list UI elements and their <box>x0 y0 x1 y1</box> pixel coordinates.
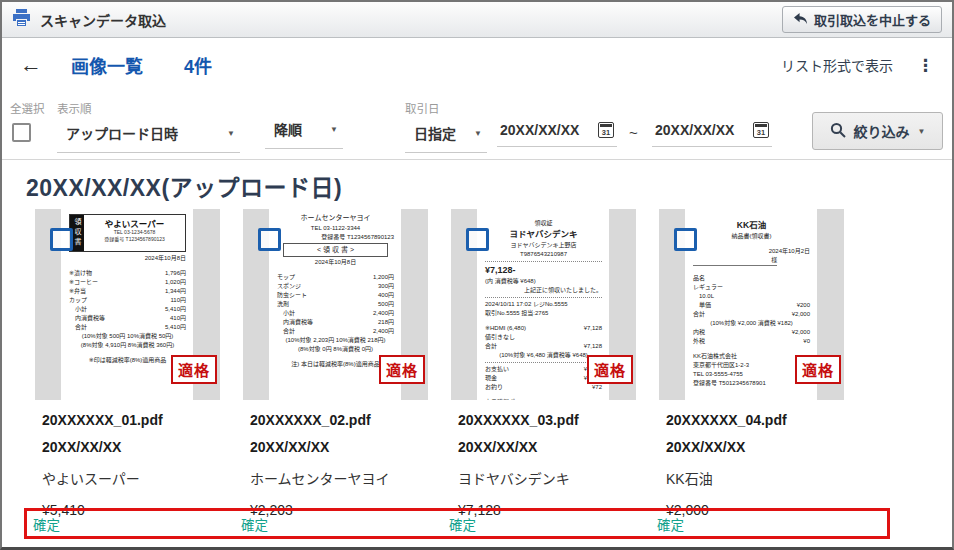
qualified-badge: 適格 <box>171 355 217 384</box>
receipt-line: (8%対象 0円 8%消費税 0円) <box>277 345 394 354</box>
receipt-line: 東京都千代田区1-2-3 <box>693 361 810 370</box>
card-checkbox[interactable] <box>50 228 73 251</box>
order-group: 降順 ▼ <box>265 100 343 149</box>
select-all-checkbox[interactable] <box>12 123 31 142</box>
receipt-line: カップ110円 <box>69 296 186 305</box>
receipt-line: 登録番号 T1234567890123 <box>277 233 394 242</box>
receipt-line <box>485 297 602 298</box>
calendar-icon[interactable]: 31 <box>598 122 614 138</box>
receipt-line: 内消費税等218円 <box>277 318 394 327</box>
receipt-line: 2024/10/11 17:02 レジNo.5555 <box>485 300 602 309</box>
receipt-body: 2024年10月8日※漬け物1,796円※コーヒー1,020円※弁当1,344円… <box>69 254 186 365</box>
receipt-line: 10.0L <box>693 292 810 301</box>
receipt-line: KK石油株式会社 <box>693 352 810 361</box>
image-card: KK石油納品書(領収書)2024年10月2日様品名レギュラー 10.0L 単価¥… <box>659 209 867 518</box>
receipt-line: T9876543210987 <box>485 250 602 259</box>
qualified-badge: 適格 <box>587 355 633 384</box>
sort-label: 表示順 <box>57 100 240 116</box>
transaction-date-label: 取引日 <box>405 100 487 116</box>
card-caption: 20XXXXXX_01.pdf 20XX/XX/XX やよいスーパー ¥5,41… <box>35 412 243 518</box>
receipt-thumbnail[interactable]: KK石油納品書(領収書)2024年10月2日様品名レギュラー 10.0L 単価¥… <box>659 209 844 400</box>
confirm-link[interactable]: 確定 <box>33 514 60 534</box>
date-range-separator: ~ <box>629 124 638 141</box>
receipt-line <box>485 362 602 363</box>
receipt-line: 領収証 <box>485 219 602 228</box>
card-vendor: KK石油 <box>666 468 867 488</box>
receipt-line: 上記正に領収いたしました。 <box>485 286 602 295</box>
receipt-line: モップ1,200円 <box>277 273 394 282</box>
card-date: 20XX/XX/XX <box>42 439 243 455</box>
receipt-line: 本日獲得ポイント0 <box>485 398 602 400</box>
receipt-line: (10%対象 ¥6,480 消費税等 ¥648) <box>485 351 602 360</box>
receipt-line: 値引きなし <box>485 333 602 342</box>
card-checkbox[interactable] <box>258 228 281 251</box>
receipt-line: ¥7,128- <box>485 264 602 278</box>
item-count: 4件 <box>184 52 212 78</box>
receipt-line: 内税¥2,000 <box>693 328 810 337</box>
highlight-annotation-box: 確定 確定 確定 確定 <box>24 508 890 539</box>
receipt-line: ※HDMI (6,480)¥7,128 <box>485 324 602 333</box>
receipt-line: (10%対象 ¥2,000 消費税 ¥182) <box>693 319 810 328</box>
order-select[interactable]: 降順 ▼ <box>265 112 343 149</box>
sort-group: 表示順 アップロード日時 ▼ <box>57 100 240 153</box>
confirm-link[interactable]: 確定 <box>657 514 684 534</box>
abort-import-button[interactable]: 取引取込を中止する <box>782 6 942 33</box>
app-title: スキャンデータ取込 <box>40 10 166 30</box>
chevron-down-icon: ▼ <box>918 127 926 136</box>
return-arrow-icon <box>793 12 808 28</box>
card-vendor: やよいスーパー <box>42 468 243 488</box>
sort-select[interactable]: アップロード日時 ▼ <box>57 116 240 153</box>
date-mode-select[interactable]: 日指定 ▼ <box>405 116 487 153</box>
transaction-date-group: 取引日 日指定 ▼ <box>405 100 487 153</box>
receipt-line: 小計5,410円 <box>69 305 186 314</box>
receipt-line: スポンジ300円 <box>277 282 394 291</box>
date-from-input[interactable]: 20XX/XX/XX 31 <box>497 117 617 147</box>
calendar-icon[interactable]: 31 <box>753 122 769 138</box>
receipt-line: 納品書(領収書) <box>693 232 810 241</box>
confirm-link[interactable]: 確定 <box>449 514 476 534</box>
order-label <box>265 100 343 112</box>
receipt-thumbnail[interactable]: 領収書 やよいスーパー TEL 03-1234-5678 登録番号 T12345… <box>35 209 220 400</box>
filter-button[interactable]: 絞り込み ▼ <box>812 112 943 150</box>
receipt-store-name: やよいスーパー <box>85 217 184 229</box>
receipt-line: 合計¥2,000 <box>693 310 810 319</box>
card-checkbox[interactable] <box>674 228 697 251</box>
card-caption: 20XXXXXX_04.pdf 20XX/XX/XX KK石油 ¥2,000 <box>659 412 867 518</box>
page-header: ← 画像一覧 4件 リスト形式で表示 ⋮ <box>2 39 952 91</box>
image-card: ホームセンターヤヨイTEL 03-1122-3344登録番号 T12345678… <box>243 209 451 518</box>
receipt-line: 合計2,400円 <box>277 327 394 336</box>
receipt-line: 注) 本日は軽減税率(8%)適用商品 <box>277 360 394 369</box>
receipt-reg-number: 登録番号 T1234567890123 <box>85 235 184 242</box>
receipt-line: レギュラー <box>693 283 810 292</box>
printer-icon <box>12 9 31 30</box>
date-mode-value: 日指定 <box>414 123 456 143</box>
receipt-store-block: やよいスーパー TEL 03-1234-5678 登録番号 T123456789… <box>84 215 185 251</box>
receipt-line: ※漬け物1,796円 <box>69 269 186 278</box>
receipt-line <box>485 261 602 262</box>
scan-data-import-window: スキャンデータ取込 取引取込を中止する ← 画像一覧 4件 リスト形式で表示 ⋮… <box>0 0 954 550</box>
receipt-line: 防虫シート400円 <box>277 291 394 300</box>
card-checkbox[interactable] <box>466 228 489 251</box>
receipt-line: 内消費税等410円 <box>69 314 186 323</box>
receipt-line: 単価¥200 <box>693 301 810 310</box>
confirm-link[interactable]: 確定 <box>241 514 268 534</box>
back-icon[interactable]: ← <box>20 54 42 76</box>
receipt-line: 合計5,410円 <box>69 323 186 332</box>
date-to-value: 20XX/XX/XX <box>655 122 734 138</box>
qualified-badge: 適格 <box>795 355 841 384</box>
receipt-line: 品名 <box>693 274 810 283</box>
card-vendor: ヨドヤバシデンキ <box>458 468 659 488</box>
kebab-menu-icon[interactable]: ⋮ <box>917 55 934 76</box>
receipt-thumbnail[interactable]: 領収証ヨドヤバシデンキヨドヤバシデンキ上野店T9876543210987¥7,1… <box>451 209 636 400</box>
receipt-line: ※印は軽減税率(8%)適用商品 <box>69 356 186 365</box>
chevron-down-icon: ▼ <box>474 129 482 138</box>
receipt-line: 様 <box>693 256 777 266</box>
date-to-input[interactable]: 20XX/XX/XX 31 <box>652 117 772 147</box>
receipt-thumbnail[interactable]: ホームセンターヤヨイTEL 03-1122-3344登録番号 T12345678… <box>243 209 428 400</box>
list-view-toggle[interactable]: リスト形式で表示 <box>781 55 893 75</box>
card-filename: 20XXXXXX_01.pdf <box>42 412 243 428</box>
card-filename: 20XXXXXX_04.pdf <box>666 412 867 428</box>
receipt-line: (10%対象 2,203円 10%消費税 218円) <box>277 336 394 345</box>
chevron-down-icon: ▼ <box>330 125 338 134</box>
card-vendor: ホームセンターヤヨイ <box>250 468 451 488</box>
